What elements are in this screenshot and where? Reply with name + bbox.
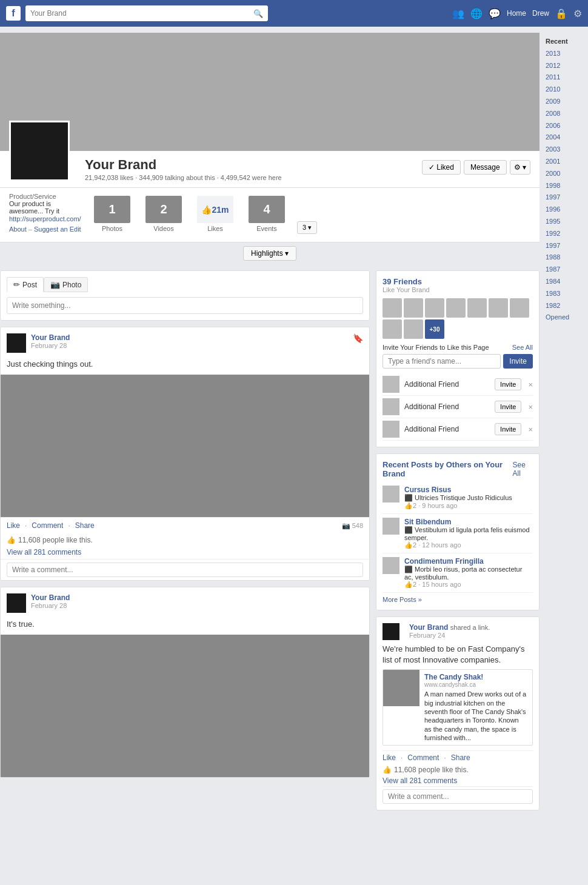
post-1-author[interactable]: Your Brand bbox=[31, 333, 70, 342]
dismiss-1[interactable]: × bbox=[528, 380, 533, 389]
liked-button[interactable]: ✓ Liked bbox=[422, 160, 461, 175]
year-1987[interactable]: 1987 bbox=[546, 264, 582, 276]
page-link[interactable]: http://superproduct.com/ bbox=[9, 215, 81, 222]
invite-button-3[interactable]: Invite bbox=[495, 423, 521, 435]
shared-share-action[interactable]: Share bbox=[451, 753, 470, 762]
highlights-button[interactable]: Highlights ▾ bbox=[243, 246, 296, 261]
year-1996[interactable]: 1996 bbox=[546, 204, 582, 216]
lock-icon[interactable]: 🔒 bbox=[555, 8, 567, 19]
post-3-text: It's true. bbox=[1, 616, 369, 635]
post-1-like-action[interactable]: Like bbox=[7, 521, 20, 530]
shared-comment-action[interactable]: Comment bbox=[407, 753, 439, 762]
year-recent[interactable]: Recent bbox=[546, 36, 582, 48]
year-1997a[interactable]: 1997 bbox=[546, 192, 582, 204]
invite-button-2[interactable]: Invite bbox=[495, 401, 521, 413]
post-1-comment-input[interactable] bbox=[7, 563, 363, 577]
friend-thumb-7[interactable] bbox=[510, 298, 529, 318]
tab-post[interactable]: ✏ Post bbox=[7, 277, 44, 292]
recent-post-author-1[interactable]: Cursus Risus bbox=[404, 486, 533, 494]
user-link[interactable]: Drew bbox=[532, 9, 549, 18]
friend-thumb-3[interactable] bbox=[425, 298, 444, 318]
search-icon[interactable]: 🔍 bbox=[253, 9, 263, 18]
shared-comment-input[interactable] bbox=[383, 789, 533, 804]
year-2010[interactable]: 2010 bbox=[546, 84, 582, 96]
tab-likes[interactable]: 👍21m Likes bbox=[191, 193, 239, 237]
friend-thumb-8[interactable] bbox=[383, 319, 402, 339]
recent-post-author-2[interactable]: Sit Bibendum bbox=[404, 518, 533, 526]
friend-thumb-2[interactable] bbox=[404, 298, 423, 318]
year-2001[interactable]: 2001 bbox=[546, 156, 582, 168]
friend-thumb-1[interactable] bbox=[383, 298, 402, 318]
shared-like-action[interactable]: Like bbox=[383, 753, 396, 762]
tab-events[interactable]: 4 Events bbox=[242, 193, 291, 237]
about-link[interactable]: About bbox=[9, 225, 27, 233]
shared-comments-link[interactable]: View all 281 comments bbox=[383, 775, 533, 786]
tab-videos[interactable]: 2 Videos bbox=[139, 193, 188, 237]
highlights-bar: Highlights ▾ bbox=[0, 242, 540, 264]
shared-post-author[interactable]: Your Brand bbox=[409, 623, 448, 632]
year-2004[interactable]: 2004 bbox=[546, 132, 582, 144]
year-2000[interactable]: 2000 bbox=[546, 168, 582, 180]
post-input[interactable] bbox=[7, 297, 363, 314]
year-1988[interactable]: 1988 bbox=[546, 252, 582, 264]
year-2012[interactable]: 2012 bbox=[546, 60, 582, 72]
people-icon[interactable]: 👥 bbox=[452, 8, 464, 19]
invite-button-1[interactable]: Invite bbox=[495, 378, 521, 390]
gear-icon[interactable]: ⚙ bbox=[573, 8, 582, 19]
profile-actions: ✓ Liked Message ⚙ ▾ bbox=[422, 160, 530, 175]
search-bar[interactable]: 🔍 bbox=[25, 5, 268, 21]
year-1982[interactable]: 1982 bbox=[546, 300, 582, 312]
year-1995[interactable]: 1995 bbox=[546, 216, 582, 228]
dismiss-3[interactable]: × bbox=[528, 425, 533, 434]
home-link[interactable]: Home bbox=[507, 9, 526, 18]
friend-thumb-5[interactable] bbox=[467, 298, 487, 318]
recent-post-info-3: Condimentum Fringilla ⬛ Morbi leo risus,… bbox=[404, 557, 533, 589]
friend-thumb-9[interactable] bbox=[404, 319, 423, 339]
post-1-comments-link[interactable]: View all 281 comments bbox=[1, 547, 369, 559]
year-2011[interactable]: 2011 bbox=[546, 72, 582, 84]
friend-thumb-4[interactable] bbox=[446, 298, 466, 318]
year-1992[interactable]: 1992 bbox=[546, 228, 582, 240]
year-2003[interactable]: 2003 bbox=[546, 144, 582, 156]
shared-link-card[interactable]: The Candy Shak! www.candyshak.ca A man n… bbox=[383, 669, 533, 746]
invite-search-button[interactable]: Invite bbox=[503, 354, 533, 369]
globe-icon[interactable]: 🌐 bbox=[470, 8, 483, 19]
year-1983[interactable]: 1983 bbox=[546, 288, 582, 300]
friend-thumb-6[interactable] bbox=[489, 298, 508, 318]
year-2009[interactable]: 2009 bbox=[546, 96, 582, 108]
year-2006[interactable]: 2006 bbox=[546, 120, 582, 132]
more-tabs-button[interactable]: 3 ▾ bbox=[297, 221, 317, 234]
tab-photo[interactable]: 📷 Photo bbox=[44, 277, 88, 292]
post-1-share-action[interactable]: Share bbox=[75, 521, 95, 530]
settings-dropdown-button[interactable]: ⚙ ▾ bbox=[510, 160, 530, 175]
invite-header: Invite Your Friends to Like this Page Se… bbox=[383, 344, 533, 351]
year-2008[interactable]: 2008 bbox=[546, 108, 582, 120]
search-input[interactable] bbox=[30, 9, 253, 18]
suggest-edit-link[interactable]: Suggest an Edit bbox=[34, 225, 81, 233]
feed-post-1: Your Brand February 28 🔖 Just checking t… bbox=[0, 327, 370, 581]
recent-post-author-3[interactable]: Condimentum Fringilla bbox=[404, 557, 533, 566]
shared-thumbs-icon: 👍 bbox=[383, 766, 392, 774]
invite-avatar-2 bbox=[383, 398, 399, 415]
year-1998[interactable]: 1998 bbox=[546, 180, 582, 192]
post-3-author[interactable]: Your Brand bbox=[31, 593, 70, 602]
recent-posts-see-all[interactable]: See All bbox=[513, 461, 533, 478]
profile-name: Your Brand bbox=[85, 157, 282, 173]
chat-icon[interactable]: 💬 bbox=[489, 8, 501, 19]
dismiss-2[interactable]: × bbox=[528, 402, 533, 412]
invite-search: Invite bbox=[383, 354, 533, 369]
more-posts-link[interactable]: More Posts » bbox=[383, 596, 422, 603]
recent-post-meta-3: 👍2 · 15 hours ago bbox=[404, 581, 533, 589]
message-button[interactable]: Message bbox=[464, 160, 507, 175]
post-1-comment-action[interactable]: Comment bbox=[32, 521, 63, 530]
year-2013[interactable]: 2013 bbox=[546, 48, 582, 60]
page-description: Our product is awesome... Try it bbox=[9, 200, 82, 215]
tab-photos[interactable]: 1 Photos bbox=[88, 193, 136, 237]
invite-see-all[interactable]: See All bbox=[512, 344, 533, 351]
year-opened[interactable]: Opened bbox=[546, 312, 582, 324]
year-1984[interactable]: 1984 bbox=[546, 276, 582, 288]
invite-search-input[interactable] bbox=[383, 354, 501, 369]
year-1997b[interactable]: 1997 bbox=[546, 240, 582, 252]
tab-more[interactable]: 3 ▾ bbox=[294, 218, 320, 237]
friends-more[interactable]: +30 bbox=[425, 319, 444, 339]
